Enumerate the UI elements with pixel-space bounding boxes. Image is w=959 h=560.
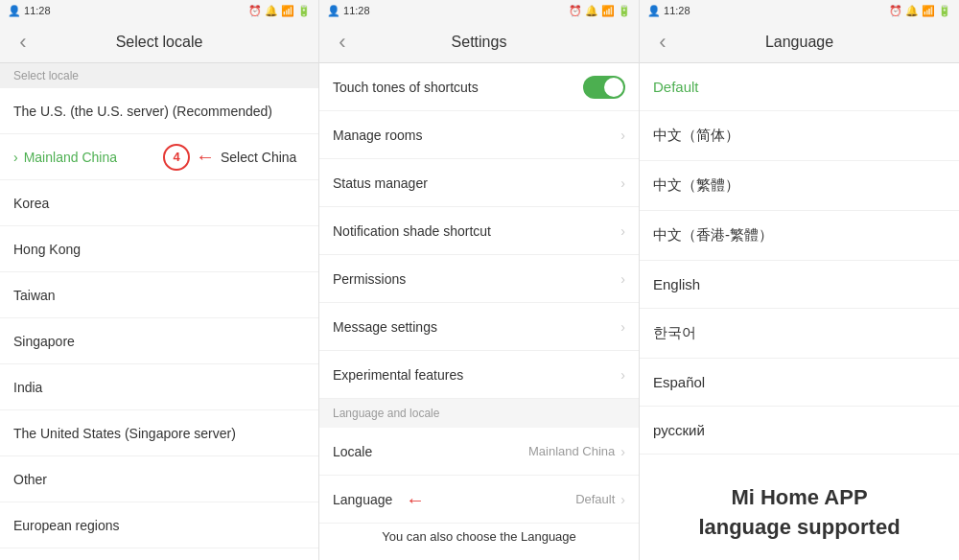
- chevron-right-icon-5: ›: [620, 319, 625, 335]
- settings-item-manage-rooms[interactable]: Manage rooms ›: [319, 111, 639, 159]
- chevron-right-icon-3: ›: [620, 223, 625, 239]
- settings-list: Touch tones of shortcuts Manage rooms › …: [319, 63, 639, 560]
- chevron-right-icon-2: ›: [620, 175, 625, 191]
- list-item-india-label: India: [13, 380, 42, 395]
- panel2-header: ‹ Settings: [319, 21, 639, 63]
- settings-item-permissions[interactable]: Permissions ›: [319, 255, 639, 303]
- footer-links[interactable]: User Agreement & Privacy Policy: [319, 549, 639, 560]
- status-manager-label: Status manager: [333, 175, 620, 191]
- list-item-india[interactable]: India: [0, 364, 318, 410]
- touch-tones-toggle[interactable]: [583, 76, 625, 99]
- locale-list: The U.S. (the U.S. server) (Recommended)…: [0, 88, 318, 560]
- list-item-taiwan-label: Taiwan: [13, 288, 56, 303]
- lang-item-english[interactable]: English: [640, 261, 959, 309]
- list-item-european[interactable]: European regions: [0, 502, 318, 548]
- lang-item-russian[interactable]: русский: [640, 407, 959, 455]
- list-item-us[interactable]: The U.S. (the U.S. server) (Recommended): [0, 88, 318, 134]
- annotation-label: Select China: [221, 150, 296, 165]
- back-icon-1: ‹: [19, 30, 26, 55]
- lang-zh-traditional-label: 中文（繁體）: [653, 176, 739, 193]
- status-right-3: ⏰ 🔔 📶 🔋: [889, 5, 951, 17]
- notification-shade-label: Notification shade shortcut: [333, 223, 620, 239]
- status-left-2: 👤 11:28: [327, 5, 370, 17]
- panel-language: 👤 11:28 ⏰ 🔔 📶 🔋 ‹ Language Default 中文（简体…: [640, 0, 959, 560]
- settings-item-locale[interactable]: Locale Mainland China ›: [319, 428, 639, 476]
- message-settings-label: Message settings: [333, 319, 620, 335]
- panel1-subheader: Select locale: [0, 63, 318, 88]
- list-item-korea-label: Korea: [13, 196, 49, 211]
- chevron-right-icon-4: ›: [620, 271, 625, 287]
- panel1-header: ‹ Select locale: [0, 21, 318, 63]
- lang-locale-section-header: Language and locale: [319, 399, 639, 428]
- back-icon-3: ‹: [659, 30, 666, 55]
- back-button-1[interactable]: ‹: [10, 29, 36, 56]
- panel-settings: 👤 11:28 ⏰ 🔔 📶 🔋 ‹ Settings Touch tones o…: [319, 0, 640, 560]
- list-item-singapore-label: Singapore: [13, 334, 75, 349]
- language-label: Language: [333, 492, 575, 507]
- language-value: Default: [575, 492, 615, 506]
- list-item-us-label: The U.S. (the U.S. server) (Recommended): [13, 104, 272, 119]
- language-annotation-text: You can also choose the Language: [319, 524, 639, 549]
- settings-item-message[interactable]: Message settings ›: [319, 303, 639, 351]
- list-item-mainland-china[interactable]: › Mainland China 4 ← Select China: [0, 134, 318, 180]
- selected-chevron-icon: ›: [13, 150, 18, 165]
- mi-home-subtitle: language supported: [698, 513, 900, 543]
- chevron-right-icon-8: ›: [620, 492, 625, 507]
- list-item-hongkong-label: Hong Kong: [13, 242, 81, 257]
- lang-russian-label: русский: [653, 422, 705, 438]
- lang-item-zh-simplified[interactable]: 中文（简体）: [640, 111, 959, 161]
- list-item-hongkong[interactable]: Hong Kong: [0, 226, 318, 272]
- chevron-right-icon-7: ›: [620, 444, 625, 459]
- lang-item-spanish[interactable]: Español: [640, 359, 959, 407]
- annotation-container: 4 ← Select China: [163, 144, 296, 171]
- annotation-circle: 4: [163, 144, 190, 171]
- red-arrow-icon: ←: [196, 146, 215, 168]
- permissions-label: Permissions: [333, 271, 620, 287]
- status-right-1: ⏰ 🔔 📶 🔋: [248, 5, 311, 17]
- list-item-mainland-label: Mainland China: [24, 150, 117, 165]
- language-list: Default 中文（简体） 中文（繁體） 中文（香港-繁體） English …: [640, 63, 959, 560]
- panel2-title: Settings: [452, 34, 507, 51]
- lang-english-label: English: [653, 276, 700, 292]
- settings-item-notification-shade[interactable]: Notification shade shortcut ›: [319, 207, 639, 255]
- chevron-right-icon-6: ›: [620, 367, 625, 383]
- mi-home-title: Mi Home APP: [731, 483, 867, 513]
- lang-item-default[interactable]: Default: [640, 63, 959, 111]
- lang-item-korean[interactable]: 한국어: [640, 309, 959, 359]
- status-right-2: ⏰ 🔔 📶 🔋: [569, 5, 631, 17]
- experimental-label: Experimental features: [333, 367, 620, 383]
- locale-label: Locale: [333, 444, 528, 459]
- status-bar-2: 👤 11:28 ⏰ 🔔 📶 🔋: [319, 0, 639, 21]
- lang-zh-simplified-label: 中文（简体）: [653, 127, 739, 143]
- settings-item-status-manager[interactable]: Status manager ›: [319, 159, 639, 207]
- locale-value: Mainland China: [528, 444, 615, 458]
- list-item-us-singapore-label: The United States (Singapore server): [13, 426, 236, 441]
- back-button-2[interactable]: ‹: [329, 29, 356, 56]
- chevron-right-icon: ›: [620, 128, 625, 143]
- list-item-taiwan[interactable]: Taiwan: [0, 272, 318, 318]
- settings-item-experimental[interactable]: Experimental features ›: [319, 351, 639, 399]
- touch-tones-label: Touch tones of shortcuts: [333, 80, 583, 95]
- lang-item-zh-hk[interactable]: 中文（香港-繁體）: [640, 211, 959, 261]
- panel-select-locale: 👤 11:28 ⏰ 🔔 📶 🔋 ‹ Select locale Select l…: [0, 0, 319, 560]
- manage-rooms-label: Manage rooms: [333, 128, 620, 143]
- list-item-singapore[interactable]: Singapore: [0, 318, 318, 364]
- list-item-other-label: Other: [13, 472, 47, 487]
- lang-default-label: Default: [653, 79, 699, 95]
- settings-item-touch-tones[interactable]: Touch tones of shortcuts: [319, 63, 639, 111]
- status-left-1: 👤 11:28: [8, 5, 51, 17]
- panel3-title: Language: [765, 34, 833, 51]
- lang-korean-label: 한국어: [653, 324, 696, 340]
- lang-item-zh-traditional[interactable]: 中文（繁體）: [640, 161, 959, 211]
- list-item-us-singapore[interactable]: The United States (Singapore server): [0, 410, 318, 456]
- list-item-korea[interactable]: Korea: [0, 180, 318, 226]
- status-bar-3: 👤 11:28 ⏰ 🔔 📶 🔋: [640, 0, 959, 21]
- mi-home-info: Mi Home APP language supported: [640, 455, 959, 560]
- list-item-other[interactable]: Other: [0, 456, 318, 502]
- settings-item-language[interactable]: Language ← Default ›: [319, 476, 639, 524]
- panel3-header: ‹ Language: [640, 21, 959, 63]
- back-button-3[interactable]: ‹: [649, 29, 676, 56]
- lang-zh-hk-label: 中文（香港-繁體）: [653, 226, 773, 243]
- back-icon-2: ‹: [339, 30, 345, 55]
- panel1-title: Select locale: [116, 34, 203, 51]
